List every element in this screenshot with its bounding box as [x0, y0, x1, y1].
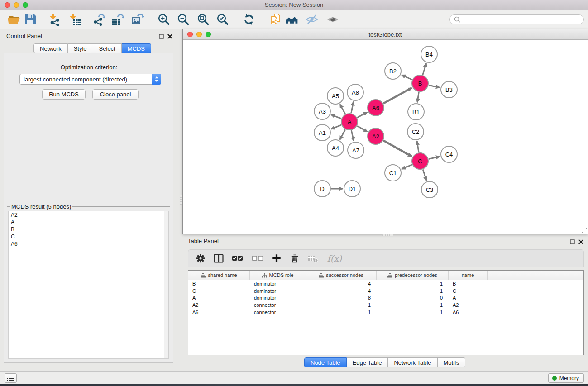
vertical-splitter-grip[interactable] [180, 195, 182, 205]
graph-edge-A-A3[interactable] [331, 115, 341, 119]
zoom-out-button[interactable] [177, 13, 190, 26]
search-field[interactable] [449, 14, 584, 24]
show-panels-button[interactable] [5, 373, 17, 383]
graph-node-A5[interactable]: A5 [327, 88, 344, 104]
graph-edge-A-A2[interactable] [357, 126, 368, 131]
tab-node-table[interactable]: Node Table [304, 357, 347, 367]
graph-node-D[interactable]: D [314, 181, 330, 197]
graph-node-A8[interactable]: A8 [347, 84, 363, 100]
mcds-result-item[interactable]: A6 [9, 240, 168, 248]
export-image-button[interactable] [131, 13, 144, 26]
graph-node-C[interactable]: C [412, 153, 428, 169]
graph-edge-A2-C[interactable] [383, 141, 412, 157]
close-table-panel-icon[interactable] [578, 238, 583, 246]
graph-edge-C-C3[interactable] [423, 169, 426, 181]
graph-edge-A-A4[interactable] [340, 129, 345, 139]
home-views-button[interactable] [285, 13, 299, 26]
graph-node-D1[interactable]: D1 [344, 181, 360, 197]
list-scrollbar[interactable] [164, 211, 168, 358]
delete-column-button[interactable] [289, 253, 301, 264]
float-panel-icon[interactable] [159, 33, 164, 41]
column-header-shared-name[interactable]: shared name [188, 271, 250, 280]
graph-edge-A6-B[interactable] [383, 88, 412, 103]
graph-node-B4[interactable]: B4 [421, 46, 437, 62]
run-mcds-button[interactable]: Run MCDS [42, 89, 86, 100]
network-canvas[interactable]: B4B2BB3A5A8A6A3B1AA1C2A2A4A7C4CC1DD1C3 [183, 40, 588, 234]
zoom-selected-button[interactable] [216, 13, 229, 26]
save-session-button[interactable] [24, 13, 37, 26]
window-resize-grip[interactable] [581, 227, 587, 233]
deselect-all-button[interactable] [251, 253, 264, 264]
graph-node-B3[interactable]: B3 [441, 81, 457, 98]
graph-node-A3[interactable]: A3 [314, 103, 330, 119]
export-network-button[interactable] [92, 13, 106, 26]
graph-node-C2[interactable]: C2 [407, 124, 424, 140]
network-files-button[interactable] [269, 13, 282, 26]
mcds-result-item[interactable]: A2 [9, 211, 168, 219]
table-row[interactable]: Adominator80A [188, 294, 583, 301]
column-header-MCDS-role[interactable]: MCDS role [250, 271, 306, 280]
criterion-dropdown[interactable]: largest connected component (directed) [19, 74, 161, 85]
graph-edge-A-A8[interactable] [351, 102, 354, 113]
graph-node-A7[interactable]: A7 [348, 142, 364, 158]
add-column-button[interactable] [271, 253, 282, 264]
graph-edge-A-A1[interactable] [331, 125, 341, 129]
apply-layout-button[interactable] [242, 13, 256, 26]
graph-node-A2[interactable]: A2 [368, 128, 384, 144]
select-all-button[interactable] [231, 253, 244, 264]
import-table-button[interactable] [68, 13, 81, 26]
graph-node-B[interactable]: B [412, 75, 428, 91]
column-header-successor-nodes[interactable]: successor nodes [306, 271, 377, 280]
graph-edge-C-C2[interactable] [417, 141, 419, 152]
zoom-fit-button[interactable] [196, 13, 210, 26]
mcds-result-item[interactable]: B [9, 226, 168, 233]
graph-node-C1[interactable]: C1 [385, 165, 401, 181]
graph-node-C3[interactable]: C3 [421, 181, 438, 198]
tab-edge-table[interactable]: Edge Table [347, 357, 388, 367]
graph-node-B1[interactable]: B1 [408, 104, 424, 120]
graph-edge-B-B1[interactable] [417, 92, 419, 102]
graph-node-A6[interactable]: A6 [368, 100, 384, 116]
graph-edge-C-C1[interactable] [402, 165, 412, 169]
export-table-button[interactable] [111, 13, 124, 26]
show-graphics-button[interactable] [326, 13, 339, 26]
graph-node-A4[interactable]: A4 [327, 140, 344, 156]
import-network-button[interactable] [48, 13, 62, 26]
network-window-titlebar[interactable]: testGlobe.txt [183, 29, 588, 40]
column-header-predecessor-nodes[interactable]: predecessor nodes [377, 271, 449, 280]
graph-node-C4[interactable]: C4 [441, 146, 457, 162]
zoom-in-button[interactable] [157, 13, 171, 26]
mcds-result-item[interactable]: A [9, 219, 168, 226]
tab-select[interactable]: Select [93, 43, 122, 53]
column-header-name[interactable]: name [449, 271, 488, 280]
open-session-button[interactable] [7, 13, 21, 26]
float-table-panel-icon[interactable] [570, 238, 575, 246]
tab-mcds[interactable]: MCDS [122, 43, 151, 53]
graph-node-A[interactable]: A [341, 114, 358, 130]
close-panel-icon[interactable] [167, 33, 172, 41]
graph-edge-B-B3[interactable] [429, 85, 440, 87]
show-columns-button[interactable] [213, 253, 225, 264]
table-row[interactable]: Bdominator41B [188, 280, 583, 287]
memory-button[interactable]: Memory [548, 373, 584, 383]
graph-edge-A-A5[interactable] [340, 104, 345, 114]
table-settings-button[interactable] [195, 253, 206, 264]
table-row[interactable]: A6connector11A6 [188, 309, 583, 316]
hide-graphics-button[interactable] [305, 13, 319, 26]
graph-edge-B-B4[interactable] [423, 63, 426, 75]
graph-node-A1[interactable]: A1 [314, 124, 330, 141]
graph-node-B2[interactable]: B2 [385, 63, 401, 79]
table-row[interactable]: A2connector11A2 [188, 301, 583, 309]
tab-network-table[interactable]: Network Table [388, 357, 437, 367]
tab-motifs[interactable]: Motifs [438, 357, 466, 367]
table-row[interactable]: Cdominator41C [188, 287, 583, 295]
graph-edge-C-C4[interactable] [429, 157, 440, 159]
graph-edge-A-A6[interactable] [357, 112, 367, 118]
close-panel-button[interactable]: Close panel [92, 89, 139, 100]
tab-network[interactable]: Network [33, 43, 68, 53]
graph-edge-A-A7[interactable] [351, 130, 354, 141]
graph-edge-B-B2[interactable] [402, 75, 412, 80]
mcds-result-item[interactable]: C [9, 233, 168, 240]
tab-style[interactable]: Style [68, 43, 93, 53]
search-input[interactable] [463, 15, 583, 24]
